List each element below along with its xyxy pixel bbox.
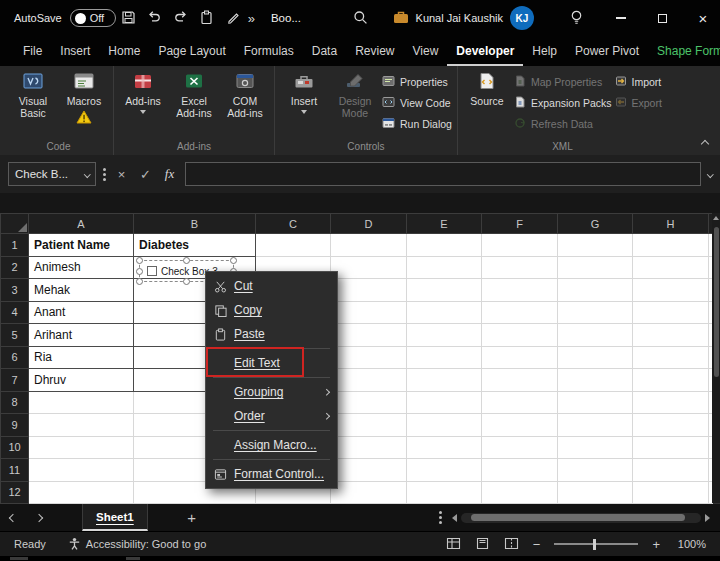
undo-button[interactable] <box>142 4 168 32</box>
quick-access-more-button[interactable]: » <box>248 11 255 26</box>
expand-formula-bar-icon[interactable] <box>707 171 713 177</box>
column-header-f[interactable]: F <box>482 214 558 234</box>
cell[interactable] <box>558 459 633 482</box>
cell[interactable] <box>407 369 482 392</box>
row-header[interactable]: 11 <box>1 459 29 482</box>
import-button[interactable]: Import <box>615 75 662 89</box>
row-header[interactable]: 2 <box>1 256 29 279</box>
tab-shape-format[interactable]: Shape Format <box>648 36 720 66</box>
accessibility-status[interactable]: Accessibility: Good to go <box>86 538 206 550</box>
horizontal-scrollbar[interactable] <box>452 513 710 523</box>
vertical-scroll-thumb[interactable] <box>714 227 719 377</box>
cell[interactable] <box>633 414 709 437</box>
expansion-packs-button[interactable]: Expansion Packs <box>514 96 612 110</box>
insert-controls-button[interactable]: Insert <box>280 68 328 114</box>
tab-home[interactable]: Home <box>99 36 149 66</box>
cell[interactable] <box>633 436 709 459</box>
cell[interactable] <box>482 369 558 392</box>
properties-button[interactable]: Properties <box>382 75 452 89</box>
cell[interactable] <box>407 256 482 279</box>
selection-handle[interactable] <box>136 278 143 285</box>
cell[interactable] <box>558 481 633 504</box>
cell[interactable] <box>633 234 709 257</box>
enter-button[interactable]: ✓ <box>137 167 154 182</box>
collapse-ribbon-button[interactable] <box>701 140 709 148</box>
cell[interactable] <box>331 301 407 324</box>
lightbulb-button[interactable] <box>563 4 589 32</box>
scroll-right-icon[interactable] <box>705 514 710 522</box>
cell[interactable] <box>331 391 407 414</box>
row-header[interactable]: 9 <box>1 414 29 437</box>
context-menu-item-edit-text[interactable]: Edit Text <box>206 351 337 375</box>
minimize-button[interactable] <box>604 0 638 36</box>
page-layout-view-button[interactable] <box>475 537 490 552</box>
selection-handle[interactable] <box>183 278 190 285</box>
horizontal-scroll-thumb[interactable] <box>471 514 685 521</box>
cell[interactable] <box>482 391 558 414</box>
tab-data[interactable]: Data <box>303 36 346 66</box>
com-addins-button[interactable]: COM Add-ins <box>221 68 269 119</box>
view-code-button[interactable]: View Code <box>382 96 452 110</box>
column-header-g[interactable]: G <box>558 214 633 234</box>
cell[interactable] <box>482 279 558 302</box>
cell-a5[interactable]: Arihant <box>29 324 134 347</box>
cell[interactable] <box>482 324 558 347</box>
horizontal-scroll-track[interactable] <box>461 513 701 523</box>
row-header[interactable]: 12 <box>1 481 29 504</box>
scroll-left-icon[interactable] <box>452 514 457 522</box>
cell[interactable] <box>558 324 633 347</box>
row-header[interactable]: 6 <box>1 346 29 369</box>
row-header[interactable]: 4 <box>1 301 29 324</box>
cell[interactable] <box>331 234 407 257</box>
user-name[interactable]: Kunal Jai Kaushik <box>416 12 503 24</box>
cell-a4[interactable]: Anant <box>29 301 134 324</box>
cell[interactable] <box>482 301 558 324</box>
context-menu-item-order[interactable]: Order <box>206 404 337 428</box>
previous-sheet-button[interactable] <box>0 515 26 521</box>
cell-a6[interactable]: Ria <box>29 346 134 369</box>
cell[interactable] <box>29 459 134 482</box>
cell[interactable] <box>633 301 709 324</box>
cell[interactable] <box>256 234 331 257</box>
page-break-view-button[interactable] <box>504 537 519 552</box>
refresh-data-button[interactable]: Refresh Data <box>514 117 612 131</box>
select-all-corner[interactable] <box>1 214 29 234</box>
pen-button[interactable] <box>220 4 246 32</box>
context-menu-item-copy[interactable]: Copy <box>206 298 337 322</box>
context-menu-item-assign-macro[interactable]: Assign Macro... <box>206 433 337 457</box>
macros-button[interactable]: Macros <box>60 68 108 128</box>
cell[interactable] <box>558 279 633 302</box>
checkbox-icon[interactable] <box>147 266 157 276</box>
row-header[interactable]: 10 <box>1 436 29 459</box>
macro-security-icon[interactable] <box>76 110 92 128</box>
selection-handle[interactable] <box>136 257 143 264</box>
insert-function-button[interactable]: fx <box>161 166 178 182</box>
context-menu-item-format-control[interactable]: Format Control... <box>206 462 337 486</box>
cell[interactable] <box>482 436 558 459</box>
cell[interactable] <box>558 369 633 392</box>
addins-button[interactable]: Add-ins <box>119 68 167 114</box>
cell[interactable] <box>407 234 482 257</box>
selection-handle[interactable] <box>183 257 190 264</box>
tab-page-layout[interactable]: Page Layout <box>149 36 234 66</box>
tab-view[interactable]: View <box>404 36 448 66</box>
cell-b1[interactable]: Diabetes <box>134 234 256 257</box>
column-header-e[interactable]: E <box>407 214 482 234</box>
sheet-tab-sheet1[interactable]: Sheet1 <box>82 504 148 531</box>
cell[interactable] <box>633 346 709 369</box>
cell[interactable] <box>633 459 709 482</box>
clipboard-button[interactable] <box>194 4 220 32</box>
cell[interactable] <box>558 436 633 459</box>
visual-basic-button[interactable]: Visual Basic <box>9 68 57 119</box>
normal-view-button[interactable] <box>446 537 461 552</box>
cell[interactable] <box>482 256 558 279</box>
cell[interactable] <box>407 391 482 414</box>
cell[interactable] <box>331 346 407 369</box>
cell[interactable] <box>407 301 482 324</box>
tab-formulas[interactable]: Formulas <box>235 36 303 66</box>
excel-addins-button[interactable]: Excel Add-ins <box>170 68 218 119</box>
context-menu-item-cut[interactable]: Cut <box>206 274 337 298</box>
cell[interactable] <box>558 346 633 369</box>
column-header-a[interactable]: A <box>29 214 134 234</box>
cell[interactable] <box>558 234 633 257</box>
